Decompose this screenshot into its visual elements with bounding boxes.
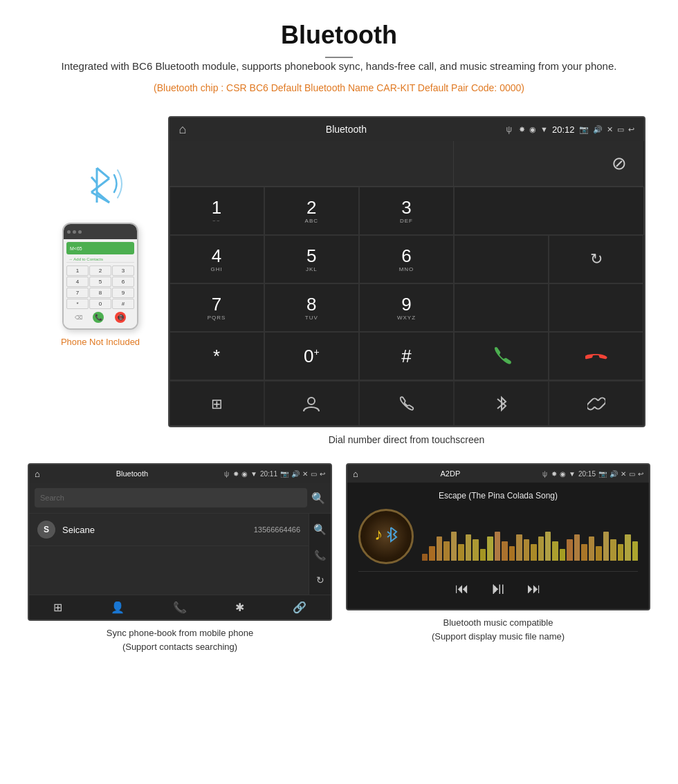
pb-search-icon[interactable]: 🔍 xyxy=(313,523,327,536)
svg-point-6 xyxy=(308,398,315,404)
next-button[interactable]: ⏭ xyxy=(527,581,541,597)
phone-tab[interactable] xyxy=(359,381,454,426)
music-home-icon[interactable]: ⌂ xyxy=(353,469,358,479)
pb-link-icon[interactable]: 🔗 xyxy=(293,601,306,614)
dial-key-6[interactable]: 6 MNO xyxy=(359,235,454,283)
pb-phone-icon[interactable]: 📞 xyxy=(173,601,187,614)
page-specs: (Bluetooth chip : CSR BC6 Default Blueto… xyxy=(42,80,636,95)
dial-key-3[interactable]: 3 DEF xyxy=(359,187,454,235)
contacts-tab[interactable] xyxy=(264,381,359,426)
bluetooth-tab-icon xyxy=(493,395,510,413)
end-call-button[interactable] xyxy=(549,332,643,380)
music-usb-icon: ψ xyxy=(542,470,547,478)
delete-button[interactable]: ⊘ xyxy=(454,141,643,187)
end-call-icon xyxy=(585,345,607,367)
link-tab[interactable] xyxy=(549,381,643,426)
call-icon xyxy=(491,345,513,367)
empty-cell-4 xyxy=(549,283,643,332)
main-status-bar: ⌂ Bluetooth ψ ✸ ◉ ▼ 20:12 📷 🔊 ✕ ▭ ↩ xyxy=(170,118,644,141)
phone-icon xyxy=(398,395,414,412)
bluetooth-wave-icon xyxy=(76,158,125,209)
pb-usb-icon: ψ xyxy=(224,470,229,478)
dialpad-tab[interactable]: ⊞ xyxy=(170,381,264,426)
page-header: Bluetooth Integrated with BC6 Bluetooth … xyxy=(0,0,678,109)
main-section: M<65 → Add to Contacts 123 456 789 *0# ⌫… xyxy=(0,109,678,463)
play-pause-button[interactable]: ⏯ xyxy=(490,579,506,598)
bottom-screenshots: ⌂ Bluetooth ψ ✸◉▼ 20:11 📷🔊✕▭↩ Search 🔍 xyxy=(0,463,678,653)
prev-button[interactable]: ⏮ xyxy=(455,581,469,597)
home-icon[interactable]: ⌂ xyxy=(179,122,187,137)
person-icon xyxy=(302,395,320,413)
pb-person-icon[interactable]: 👤 xyxy=(111,601,125,614)
contact-row[interactable]: S Seicane 13566664466 xyxy=(29,514,309,546)
phonebook-block: ⌂ Bluetooth ψ ✸◉▼ 20:11 📷🔊✕▭↩ Search 🔍 xyxy=(28,463,332,653)
pb-call-icon[interactable]: 📞 xyxy=(314,550,326,561)
page-description: Integrated with BC6 Bluetooth module, su… xyxy=(42,58,636,75)
phonebook-screen[interactable]: ⌂ Bluetooth ψ ✸◉▼ 20:11 📷🔊✕▭↩ Search 🔍 xyxy=(28,463,332,621)
music-caption: Bluetooth music compatible (Support disp… xyxy=(346,610,650,643)
music-controls: ⏮ ⏯ ⏭ xyxy=(358,571,638,601)
bottom-action-bar: ⊞ xyxy=(170,380,644,426)
search-input[interactable]: Search xyxy=(35,488,307,507)
music-status-bar: ⌂ A2DP ψ ✸◉▼ 20:15 📷🔊✕▭↩ xyxy=(347,465,649,483)
contacts-list: S Seicane 13566664466 xyxy=(29,514,309,595)
refresh-button[interactable]: ↻ xyxy=(549,235,643,283)
empty-cell-3 xyxy=(454,283,549,332)
pb-home-icon[interactable]: ⌂ xyxy=(35,469,40,479)
pb-bottom-bar: ⊞ 👤 📞 ✱ 🔗 xyxy=(29,595,331,619)
link-icon xyxy=(587,395,605,413)
bluetooth-tab[interactable] xyxy=(454,381,549,426)
pb-bt-icon[interactable]: ✱ xyxy=(235,601,244,614)
svg-text:♪: ♪ xyxy=(374,525,383,543)
contact-name: Seicane xyxy=(62,525,247,535)
music-screen[interactable]: ⌂ A2DP ψ ✸◉▼ 20:15 📷🔊✕▭↩ Escape (The Pin… xyxy=(346,463,650,610)
dial-key-0[interactable]: 0+ xyxy=(264,332,359,380)
usb-icon: ψ xyxy=(506,124,513,134)
pb-grid-icon[interactable]: ⊞ xyxy=(53,601,62,614)
empty-cell-2 xyxy=(454,235,549,283)
dial-key-1[interactable]: 1 ⌣⌣ xyxy=(170,187,264,235)
dial-key-star[interactable]: * xyxy=(170,332,264,380)
main-screen-caption: Dial number direct from touchscreen xyxy=(168,427,645,456)
screen-title: Bluetooth xyxy=(193,124,499,135)
contacts-area: S Seicane 13566664466 🔍 📞 ↻ xyxy=(29,514,331,595)
dial-key-9[interactable]: 9 WXYZ xyxy=(359,283,454,332)
music-body: Escape (The Pina Colada Song) ♪ xyxy=(347,483,649,609)
status-right-icons: ✸ ◉ ▼ 20:12 📷 🔊 ✕ ▭ ↩ xyxy=(519,124,634,135)
music-main-area: ♪ xyxy=(358,509,638,564)
search-placeholder: Search xyxy=(40,494,64,502)
music-bt-icon: ♪ xyxy=(369,519,403,554)
refresh-icon: ↻ xyxy=(590,250,603,268)
phone-not-included-label: Phone Not Included xyxy=(61,337,140,347)
dial-key-hash[interactable]: # xyxy=(359,332,454,380)
contact-avatar: S xyxy=(37,521,55,539)
song-title: Escape (The Pina Colada Song) xyxy=(439,491,558,501)
dial-key-7[interactable]: 7 PQRS xyxy=(170,283,264,332)
grid-icon: ⊞ xyxy=(211,395,223,412)
dial-key-5[interactable]: 5 JKL xyxy=(264,235,359,283)
dial-display xyxy=(170,141,455,187)
music-block: ⌂ A2DP ψ ✸◉▼ 20:15 📷🔊✕▭↩ Escape (The Pin… xyxy=(346,463,650,653)
empty-cell-1 xyxy=(454,187,643,235)
phonebook-body: Search 🔍 S Seicane 13566664466 xyxy=(29,483,331,619)
call-button[interactable] xyxy=(454,332,549,380)
equalizer-bars xyxy=(422,512,638,561)
dial-key-2[interactable]: 2 ABC xyxy=(264,187,359,235)
phonebook-status-bar: ⌂ Bluetooth ψ ✸◉▼ 20:11 📷🔊✕▭↩ xyxy=(29,465,331,483)
phone-body: M<65 → Add to Contacts 123 456 789 *0# ⌫… xyxy=(62,223,138,330)
phonebook-caption: Sync phone-book from mobile phone (Suppo… xyxy=(28,621,332,653)
main-car-screen[interactable]: ⌂ Bluetooth ψ ✸ ◉ ▼ 20:12 📷 🔊 ✕ ▭ ↩ xyxy=(168,116,645,427)
delete-icon: ⊘ xyxy=(612,153,627,174)
album-art: ♪ xyxy=(358,509,414,564)
phone-illustration: M<65 → Add to Contacts 123 456 789 *0# ⌫… xyxy=(33,116,168,347)
dial-key-8[interactable]: 8 TUV xyxy=(264,283,359,332)
search-bar-row: Search 🔍 xyxy=(29,483,331,514)
contact-phone: 13566664466 xyxy=(254,525,300,534)
page-title: Bluetooth xyxy=(42,21,636,50)
phonebook-right-icons: 🔍 📞 ↻ xyxy=(309,514,331,595)
pb-refresh-icon[interactable]: ↻ xyxy=(316,575,324,586)
search-icon[interactable]: 🔍 xyxy=(311,492,325,505)
svg-line-0 xyxy=(97,168,109,178)
dial-key-4[interactable]: 4 GHI xyxy=(170,235,264,283)
